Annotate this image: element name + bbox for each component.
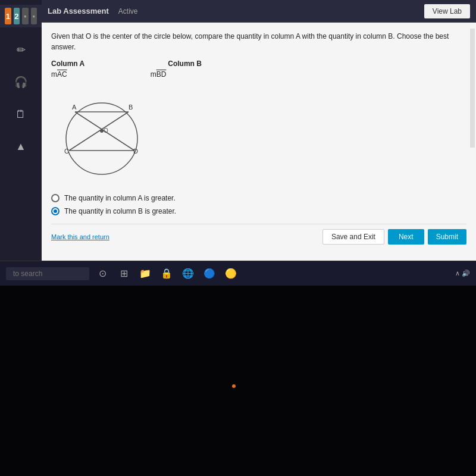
pencil-icon[interactable]: ✏: [10, 39, 32, 61]
view-lab-button[interactable]: View Lab: [424, 4, 470, 18]
option-2-label: The quantity in column B is greater.: [64, 207, 176, 215]
save-exit-button[interactable]: Save and Exit: [322, 229, 384, 245]
app-title: Lab Assessment: [48, 7, 109, 15]
taskbar-files-icon[interactable]: 📁: [137, 265, 154, 282]
svg-point-0: [66, 103, 137, 174]
mark-return-link[interactable]: Mark this and return: [51, 233, 109, 240]
question-bottom-bar: Mark this and return Save and Exit Next …: [51, 224, 466, 247]
tab-1-button[interactable]: 1: [5, 8, 11, 24]
app-status: Active: [118, 7, 138, 15]
tab-4-button[interactable]: ▪: [31, 8, 37, 24]
question-panel: Given that O is the center of the circle…: [42, 23, 476, 286]
submit-button[interactable]: Submit: [428, 229, 466, 245]
main-content: Lab Assessment Active View Lab Given tha…: [42, 0, 476, 286]
top-bar: Lab Assessment Active View Lab: [42, 0, 476, 23]
svg-text:O: O: [104, 127, 108, 134]
radio-2[interactable]: [51, 207, 60, 215]
orange-indicator-dot: [232, 384, 236, 388]
taskbar-search-input[interactable]: [6, 267, 89, 280]
question-instruction: Given that O is the center of the circle…: [51, 31, 466, 52]
sidebar-tabs: 1 2 ▪ ▪: [0, 5, 42, 27]
app-window: 1 2 ▪ ▪ ✏ 🎧 🗒 ▲ Lab Assessment Active Vi…: [0, 0, 476, 286]
col-b-arc: BD: [156, 70, 167, 79]
arrow-up-icon[interactable]: ▲: [10, 136, 32, 157]
diagram-area: A B C D O: [57, 94, 466, 183]
option-1[interactable]: The quantity in column A is greater.: [51, 194, 466, 202]
taskbar-browser3-icon[interactable]: 🟡: [223, 265, 239, 282]
columns-header: Column A Column B: [51, 60, 466, 68]
option-2[interactable]: The quantity in column B is greater.: [51, 207, 466, 215]
taskbar-apps-icon[interactable]: ⊞: [115, 265, 132, 282]
columns-values: mAC mBD: [51, 70, 466, 86]
next-button[interactable]: Next: [388, 229, 424, 245]
option-1-label: The quantity in column A is greater.: [64, 194, 176, 202]
system-tray-text: ∧ 🔊: [455, 270, 470, 277]
tab-2-button[interactable]: 2: [14, 8, 20, 24]
taskbar-system-tray: ∧ 🔊: [455, 270, 470, 277]
radio-1[interactable]: [51, 194, 60, 202]
svg-text:B: B: [129, 104, 133, 111]
col-a-arc: AC: [57, 70, 67, 79]
col-b-value: mBD: [151, 70, 167, 79]
bottom-buttons: Save and Exit Next Submit: [322, 229, 466, 245]
headphones-icon[interactable]: 🎧: [10, 71, 32, 93]
calculator-icon[interactable]: 🗒: [10, 104, 32, 125]
taskbar-browser2-icon[interactable]: 🔵: [201, 265, 218, 282]
svg-text:C: C: [64, 148, 69, 155]
svg-text:A: A: [72, 104, 77, 111]
col-b-header: Column B: [168, 60, 202, 68]
circle-diagram: A B C D O: [57, 94, 146, 183]
tab-3-button[interactable]: ▪: [22, 8, 29, 24]
taskbar: ⊙ ⊞ 📁 🔒 🌐 🔵 🟡 ∧ 🔊: [0, 261, 476, 286]
taskbar-security-icon[interactable]: 🔒: [158, 265, 175, 282]
col-a-header: Column A: [51, 60, 84, 68]
taskbar-browser1-icon[interactable]: 🌐: [180, 265, 196, 282]
sidebar: 1 2 ▪ ▪ ✏ 🎧 🗒 ▲: [0, 0, 42, 286]
sidebar-icon-group: ✏ 🎧 🗒 ▲: [0, 33, 42, 157]
dark-area: [0, 286, 476, 476]
radio-group: The quantity in column A is greater. The…: [51, 194, 466, 215]
svg-text:D: D: [133, 148, 138, 155]
svg-line-4: [69, 112, 129, 151]
col-a-value: mAC: [51, 70, 67, 79]
scrollbar[interactable]: [470, 29, 475, 148]
taskbar-windows-icon[interactable]: ⊙: [94, 265, 111, 282]
